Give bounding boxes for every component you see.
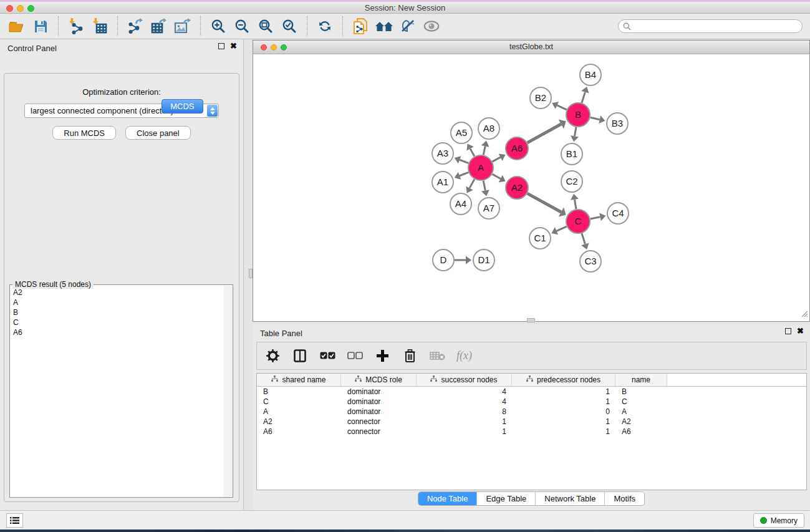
graph-node-B[interactable]: B [566, 103, 590, 127]
column-layout-icon[interactable] [292, 348, 308, 364]
close-panel-button[interactable]: Close panel [125, 126, 191, 140]
edge-A-A7[interactable] [483, 181, 485, 191]
edge-C-C1[interactable] [557, 226, 567, 231]
table-cell[interactable]: 1 [512, 387, 615, 397]
first-neighbors-icon[interactable] [372, 16, 396, 37]
graph-node-A2[interactable]: A2 [506, 177, 528, 199]
graph-node-C1[interactable]: C1 [529, 228, 551, 249]
edge-B-B1[interactable] [575, 127, 576, 137]
table-cell[interactable]: 0 [512, 407, 615, 417]
graph-node-C4[interactable]: C4 [607, 203, 629, 224]
network-graph[interactable]: AA1A2A3A4A5A6A7A8BB1B2B3B4CC1C2C3C4DD1 [253, 54, 809, 321]
graph-node-C[interactable]: C [566, 210, 590, 233]
new-network-from-selection-icon[interactable] [349, 16, 372, 37]
deselect-all-icon[interactable] [347, 348, 363, 364]
column-header-shared-name[interactable]: shared name [257, 374, 341, 386]
edge-B-B4[interactable] [582, 92, 585, 103]
graph-node-B2[interactable]: B2 [530, 87, 551, 109]
graph-node-A6[interactable]: A6 [506, 137, 528, 160]
table-cell[interactable]: dominator [341, 397, 417, 407]
column-header-name[interactable]: name [615, 374, 667, 386]
network-window-titlebar[interactable]: testGlobe.txt [253, 41, 809, 54]
table-cell[interactable]: 1 [512, 397, 615, 407]
edge-B-B2[interactable] [557, 105, 566, 110]
tab-network-table[interactable]: Network Table [536, 492, 605, 505]
zoom-fit-icon[interactable] [254, 16, 277, 37]
table-cell[interactable]: A2 [257, 417, 341, 427]
task-history-button[interactable] [6, 513, 23, 528]
tab-node-table[interactable]: Node Table [418, 492, 478, 505]
edge-A-A5[interactable] [470, 148, 475, 156]
edge-C-C2[interactable] [574, 200, 576, 210]
export-image-icon[interactable] [171, 16, 195, 37]
add-column-icon[interactable] [374, 348, 390, 364]
edge-C-C3[interactable] [582, 233, 585, 244]
table-cell[interactable]: A [257, 407, 341, 417]
edge-A-A4[interactable] [470, 179, 475, 188]
edge-B-B3[interactable] [591, 117, 600, 119]
table-cell[interactable]: A6 [615, 427, 667, 437]
edge-A-A3[interactable] [460, 160, 468, 163]
mcds-result-list[interactable]: A2ABCA6 [10, 288, 223, 496]
graph-node-D[interactable]: D [433, 249, 454, 271]
table-cell[interactable]: B [257, 387, 341, 397]
graph-node-A5[interactable]: A5 [451, 122, 472, 143]
open-session-icon[interactable] [5, 16, 29, 37]
zoom-selected-icon[interactable] [277, 16, 301, 37]
result-list-item[interactable]: A2 [13, 288, 223, 297]
result-list-item[interactable]: A [13, 297, 223, 307]
import-network-icon[interactable] [64, 16, 88, 37]
table-settings-icon[interactable] [264, 348, 281, 364]
table-cell[interactable]: 1 [512, 427, 615, 437]
table-row[interactable]: A6connector11A6 [257, 427, 806, 437]
graph-node-C3[interactable]: C3 [580, 251, 601, 272]
memory-button[interactable]: Memory [753, 513, 804, 528]
table-row[interactable]: A2connector11A2 [257, 417, 806, 427]
table-cell[interactable]: A6 [257, 427, 341, 437]
zoom-out-icon[interactable] [230, 16, 254, 37]
search-input[interactable] [618, 19, 803, 33]
table-cell[interactable]: 8 [417, 407, 512, 417]
tab-mcds[interactable]: MCDS [162, 99, 203, 114]
left-splitter-handle[interactable] [249, 269, 253, 278]
delete-column-icon[interactable] [402, 348, 418, 364]
graph-node-D1[interactable]: D1 [473, 249, 494, 271]
network-canvas[interactable]: AA1A2A3A4A5A6A7A8BB1B2B3B4CC1C2C3C4DD1 [253, 54, 809, 321]
edge-A2-C[interactable] [528, 193, 561, 212]
table-close-panel-icon[interactable]: ✖ [797, 328, 804, 334]
edge-A6-B[interactable] [528, 124, 561, 143]
graph-node-A8[interactable]: A8 [478, 118, 499, 139]
table-cell[interactable]: 1 [512, 417, 615, 427]
table-cell[interactable]: A2 [615, 417, 667, 427]
delete-table-icon[interactable] [429, 348, 445, 364]
run-mcds-button[interactable]: Run MCDS [52, 126, 116, 140]
export-table-icon[interactable] [147, 16, 171, 37]
select-all-icon[interactable] [319, 348, 335, 364]
graph-node-A4[interactable]: A4 [450, 193, 471, 215]
graph-node-B4[interactable]: B4 [580, 64, 601, 85]
table-float-panel-icon[interactable] [785, 328, 791, 334]
graph-node-B3[interactable]: B3 [607, 113, 628, 134]
graph-node-A3[interactable]: A3 [432, 143, 453, 164]
save-session-icon[interactable] [29, 16, 52, 37]
edge-C-C4[interactable] [591, 217, 600, 219]
apply-function-icon[interactable]: f(x) [456, 348, 472, 364]
table-cell[interactable]: dominator [341, 387, 417, 397]
table-cell[interactable]: connector [341, 417, 417, 427]
zoom-in-icon[interactable] [206, 16, 230, 37]
table-cell[interactable]: 1 [417, 417, 512, 427]
table-row[interactable]: Adominator80A [257, 407, 806, 417]
export-network-icon[interactable] [123, 16, 147, 37]
table-cell[interactable]: 1 [417, 427, 512, 437]
table-cell[interactable]: 4 [417, 397, 512, 407]
import-table-icon[interactable] [88, 16, 112, 37]
table-cell[interactable]: B [615, 387, 667, 397]
edge-A-A8[interactable] [483, 146, 485, 155]
table-cell[interactable]: A [615, 407, 667, 417]
result-list-item[interactable]: C [13, 317, 223, 327]
hide-graphics-details-icon[interactable] [396, 16, 420, 37]
graph-node-B1[interactable]: B1 [561, 143, 582, 165]
tab-motifs[interactable]: Motifs [605, 492, 644, 505]
result-list-scrollbar[interactable] [224, 286, 232, 496]
graph-node-A7[interactable]: A7 [478, 198, 499, 219]
